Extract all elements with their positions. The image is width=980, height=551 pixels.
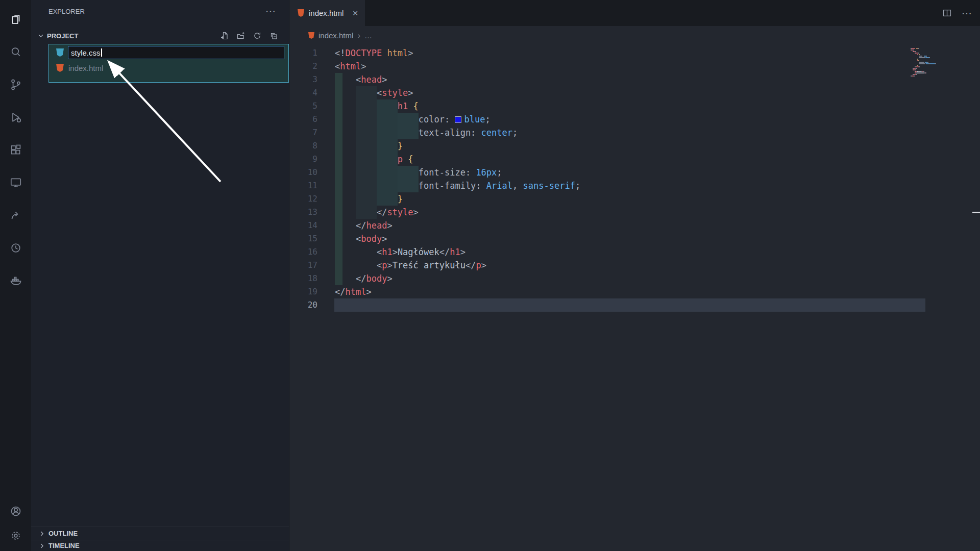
code-line[interactable]: p {: [335, 153, 580, 166]
split-editor-icon[interactable]: [943, 9, 951, 17]
breadcrumb-collapsed[interactable]: …: [364, 31, 372, 40]
code-line[interactable]: h1 {: [335, 99, 580, 113]
activity-bar: [0, 0, 31, 551]
explorer-header: EXPLORER ⋯: [31, 0, 289, 22]
minimap-line: [911, 77, 972, 79]
activity-bar-bottom: [0, 499, 31, 551]
gutter: 1234567891011121314151617181920: [289, 46, 317, 312]
rename-input-value: style.css: [71, 48, 101, 57]
html-file-icon: [298, 9, 304, 17]
minimap[interactable]: [911, 48, 972, 79]
code-line[interactable]: <style>: [335, 86, 580, 99]
line-number[interactable]: 20: [289, 298, 317, 312]
line-number[interactable]: 2: [289, 60, 317, 73]
html-file-icon: [56, 64, 64, 72]
activity-bar-top: [0, 0, 31, 297]
editor-group: index.html × ⋯ index.html › … 1234567891…: [289, 0, 980, 551]
source-control-icon[interactable]: [0, 68, 31, 101]
explorer-toolbar: [220, 32, 278, 40]
code-line[interactable]: </body>: [335, 272, 580, 285]
code-line[interactable]: <head>: [335, 73, 580, 86]
code-line[interactable]: <p>Treść artykułu</p>: [335, 259, 580, 272]
line-number[interactable]: 6: [289, 113, 317, 126]
line-number[interactable]: 11: [289, 179, 317, 192]
chevron-right-icon: [38, 542, 45, 549]
account-icon[interactable]: [0, 499, 31, 523]
code-editor[interactable]: 1234567891011121314151617181920 <!DOCTYP…: [289, 45, 980, 551]
line-number[interactable]: 17: [289, 259, 317, 272]
rename-row: style.css: [56, 45, 284, 60]
explorer-icon[interactable]: [0, 3, 31, 36]
sidebar-bottom-sections: OUTLINE TIMELINE: [31, 527, 289, 551]
explorer-tree-focus-area: style.css index.html: [48, 44, 289, 83]
color-swatch-blue[interactable]: [455, 116, 461, 123]
line-number[interactable]: 8: [289, 139, 317, 153]
history-icon[interactable]: [0, 232, 31, 264]
line-number[interactable]: 3: [289, 73, 317, 86]
line-number[interactable]: 19: [289, 285, 317, 298]
collapse-all-icon[interactable]: [270, 32, 278, 40]
code-line[interactable]: </html>: [335, 285, 580, 298]
line-number[interactable]: 16: [289, 245, 317, 259]
settings-gear-icon[interactable]: [0, 523, 31, 548]
editor-actions: ⋯: [943, 0, 972, 26]
line-number[interactable]: 1: [289, 46, 317, 60]
file-row-index-html[interactable]: index.html: [56, 62, 103, 74]
line-number[interactable]: 18: [289, 272, 317, 285]
refresh-icon[interactable]: [253, 32, 261, 40]
code-line[interactable]: font-size: 16px;: [335, 166, 580, 179]
line-number[interactable]: 4: [289, 86, 317, 99]
project-section-label: PROJECT: [47, 32, 78, 40]
run-debug-icon[interactable]: [0, 101, 31, 134]
tab-index-html[interactable]: index.html ×: [289, 0, 365, 26]
timeline-section-header[interactable]: TIMELINE: [31, 540, 289, 551]
live-share-icon[interactable]: [0, 199, 31, 232]
line-number[interactable]: 12: [289, 192, 317, 206]
code-line[interactable]: color: blue;: [335, 113, 580, 126]
explorer-more-icon[interactable]: ⋯: [265, 6, 276, 16]
code-line[interactable]: [335, 298, 580, 312]
chevron-right-icon: [38, 530, 45, 537]
code-line[interactable]: font-family: Arial, sans-serif;: [335, 179, 580, 192]
tab-label: index.html: [309, 9, 344, 17]
file-label: index.html: [68, 64, 103, 72]
code-line[interactable]: text-align: center;: [335, 126, 580, 139]
project-section-header[interactable]: PROJECT: [31, 29, 289, 43]
code-line[interactable]: <h1>Nagłówek</h1>: [335, 245, 580, 259]
code-line[interactable]: </style>: [335, 206, 580, 219]
code-line[interactable]: </head>: [335, 219, 580, 232]
chevron-down-icon: [37, 32, 44, 39]
remote-explorer-icon[interactable]: [0, 166, 31, 199]
rename-input[interactable]: style.css: [68, 46, 284, 59]
vscode-window: EXPLORER ⋯ PROJECT style.css: [0, 0, 980, 551]
code-line[interactable]: <html>: [335, 60, 580, 73]
extensions-icon[interactable]: [0, 134, 31, 166]
line-number[interactable]: 14: [289, 219, 317, 232]
code-line[interactable]: }: [335, 192, 580, 206]
line-number[interactable]: 9: [289, 153, 317, 166]
breadcrumb: index.html › …: [289, 26, 980, 45]
docker-icon[interactable]: [0, 264, 31, 297]
outline-label: OUTLINE: [48, 530, 78, 537]
new-folder-icon[interactable]: [237, 32, 245, 40]
new-file-icon[interactable]: [220, 32, 229, 40]
explorer-title: EXPLORER: [48, 8, 85, 15]
code-line[interactable]: <!DOCTYPE html>: [335, 46, 580, 60]
breadcrumb-separator: ›: [357, 31, 360, 41]
tab-bar: index.html × ⋯: [289, 0, 980, 26]
tab-close-icon[interactable]: ×: [352, 8, 358, 18]
outline-section-header[interactable]: OUTLINE: [31, 527, 289, 540]
search-icon[interactable]: [0, 36, 31, 68]
text-caret: [101, 48, 102, 57]
line-number[interactable]: 5: [289, 99, 317, 113]
line-number[interactable]: 15: [289, 232, 317, 245]
css-file-icon: [56, 48, 64, 57]
code-line[interactable]: }: [335, 139, 580, 153]
code-line[interactable]: <body>: [335, 232, 580, 245]
sidebar-explorer: EXPLORER ⋯ PROJECT style.css: [31, 0, 289, 551]
line-number[interactable]: 7: [289, 126, 317, 139]
breadcrumb-file[interactable]: index.html: [318, 31, 353, 40]
line-number[interactable]: 13: [289, 206, 317, 219]
line-number[interactable]: 10: [289, 166, 317, 179]
editor-more-icon[interactable]: ⋯: [962, 8, 972, 18]
